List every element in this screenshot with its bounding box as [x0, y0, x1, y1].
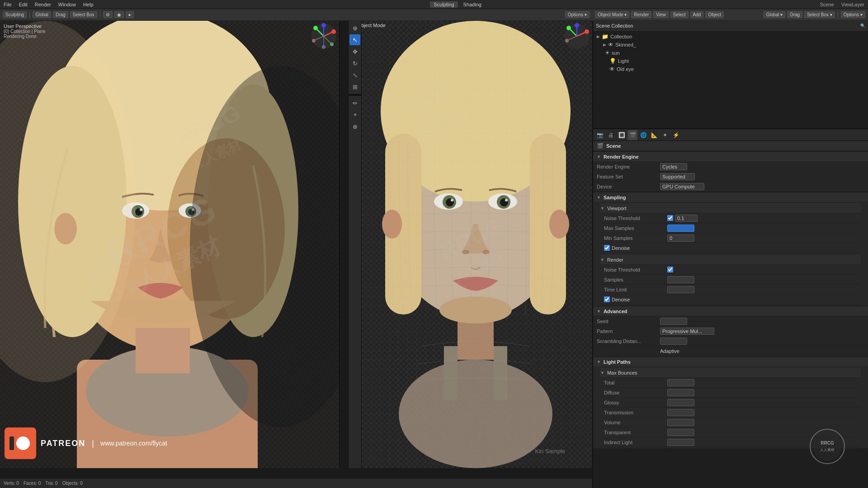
viewport-right[interactable]: RRCG人人素材 RRCG人人素材 Kin Sample Object Mode [354, 21, 592, 468]
props-tab-world[interactable]: 🌐 [638, 130, 648, 140]
menu-render[interactable]: Render [33, 2, 53, 7]
device-select[interactable]: GPU Compute [660, 183, 704, 190]
tool-measure[interactable]: ⌖ [349, 109, 360, 120]
svg-point-64 [549, 210, 569, 239]
menu-window[interactable]: Window [57, 2, 78, 7]
scrambling-input[interactable]: 1.00 [660, 338, 687, 345]
total-label: Total [604, 380, 667, 385]
right-render-btn[interactable]: Render [631, 11, 651, 18]
sampling-header[interactable]: ▼ Sampling [593, 192, 868, 202]
tool-add[interactable]: ⊕ [349, 121, 360, 132]
tree-collection[interactable]: ▶ 📁 Collection [596, 33, 865, 41]
feature-set-select[interactable]: Supported [660, 173, 695, 180]
menu-edit[interactable]: Edit [17, 2, 29, 7]
viewport-subheader[interactable]: ▼ Viewport [600, 203, 861, 213]
noise-threshold-check[interactable] [667, 215, 673, 221]
render-noise-check[interactable] [667, 267, 673, 272]
engine-select[interactable]: Cycles [660, 163, 687, 170]
time-limit-input[interactable]: 0 min [667, 286, 694, 293]
tool-move[interactable]: ✥ [349, 46, 360, 57]
scene-filter[interactable]: 🔍 [860, 23, 865, 28]
sampling-title: Sampling [604, 195, 626, 200]
toolbar-overlay[interactable]: ◉ [114, 11, 124, 18]
diffuse-input[interactable]: 4 [667, 389, 694, 396]
tree-skinned[interactable]: ▶ 👁 Skinned_ [602, 41, 865, 49]
toolbar-sculpting-mode[interactable]: Sculpting [3, 11, 27, 18]
nav-gizmo[interactable] [310, 23, 337, 50]
advanced-header[interactable]: ▼ Advanced [593, 306, 868, 316]
svg-point-65 [439, 296, 512, 324]
props-tab-view[interactable]: 🔳 [617, 130, 627, 140]
props-tab-output[interactable]: 🖨 [606, 130, 616, 140]
svg-point-62 [482, 250, 490, 254]
tool-select[interactable]: ↖ [349, 34, 360, 45]
viewport-left[interactable]: RRCG 人人素材 RRCG人人素材 RRCG人人素材 User Perspec… [0, 21, 340, 468]
toolbar-shading[interactable]: ● [126, 11, 134, 18]
denoise-render-check[interactable] [604, 296, 610, 302]
tree-sun[interactable]: ☀ sun [602, 49, 865, 57]
indirect-light-row: Indirect Light [600, 437, 861, 447]
menu-sculpting[interactable]: Sculpting [430, 1, 458, 8]
right-mode-btn[interactable]: Object Mode ▾ [595, 11, 629, 18]
skinned-icon: 👁 [608, 42, 613, 48]
props-tab-particles[interactable]: ✦ [660, 130, 670, 140]
noise-threshold-label: Noise Threshold [604, 216, 667, 221]
tool-cursor[interactable]: ⊕ [349, 23, 360, 33]
adaptive-row: Adaptive [593, 346, 868, 356]
tool-scale[interactable]: ⤡ [349, 70, 360, 80]
toolbar-select-box[interactable]: Select Box [70, 11, 97, 18]
right-options-btn[interactable]: Options ▾ [841, 11, 865, 18]
props-tab-object[interactable]: 📐 [649, 130, 659, 140]
light-paths-header[interactable]: ▼ Light Paths [593, 357, 868, 367]
tree-old-eye[interactable]: 👁 Old eye [609, 65, 865, 73]
volume-row: Volume 0 [600, 418, 861, 427]
toolbar-global-orientation[interactable]: Global [33, 11, 51, 18]
glossy-input[interactable]: 4 [667, 399, 694, 406]
max-bounces-header[interactable]: ▼ Max Bounces [600, 368, 861, 378]
right-object-btn[interactable]: Object [705, 11, 724, 18]
transparent-input[interactable]: 8 [667, 429, 694, 436]
feature-set-label: Feature Set [597, 174, 660, 179]
seed-input[interactable]: 0 [660, 318, 687, 325]
noise-threshold-value[interactable] [675, 215, 698, 222]
noise-threshold-row: Noise Threshold [600, 213, 861, 223]
props-scene-title: Scene [606, 143, 621, 149]
tool-transform[interactable]: ⊞ [349, 81, 360, 92]
toolbar-drag[interactable]: Drag [53, 11, 68, 18]
tool-separator [349, 94, 361, 96]
total-input[interactable]: 12 [667, 379, 694, 386]
min-samples-input[interactable] [667, 235, 694, 242]
pattern-select[interactable]: Progressive Mul... [660, 328, 714, 335]
denoise-check[interactable] [604, 245, 610, 251]
right-selectbox-btn[interactable]: Select Box ▾ [804, 11, 835, 18]
props-tab-physics[interactable]: ⚡ [671, 130, 681, 140]
right-select-btn[interactable]: Select [670, 11, 689, 18]
max-samples-input[interactable]: 2048 [667, 225, 694, 232]
right-global-btn[interactable]: Global ▾ [764, 11, 786, 18]
toolbar-options-right[interactable]: Options ▾ [565, 11, 590, 18]
volume-input[interactable]: 0 [667, 419, 694, 426]
transparent-label: Transparent [604, 430, 667, 435]
right-view-btn[interactable]: View [653, 11, 669, 18]
props-scene-icon: 🎬 [597, 143, 604, 149]
render-engine-header[interactable]: ▼ Render Engine [593, 152, 868, 162]
status-verts: Verts: 0 [4, 481, 19, 486]
props-tab-render[interactable]: 📷 [595, 130, 605, 140]
sampling-section: ▼ Sampling ▼ Viewport Noise Threshold Ma… [593, 192, 868, 305]
render-subheader[interactable]: ▼ Render [600, 255, 861, 265]
svg-point-74 [565, 39, 569, 42]
right-nav-gizmo[interactable] [563, 23, 590, 51]
right-drag-btn[interactable]: Drag [787, 11, 802, 18]
tool-annotate[interactable]: ✏ [349, 98, 360, 108]
toolbar-options[interactable]: ⚙ [103, 11, 113, 18]
transmission-input[interactable]: 12 [667, 409, 694, 416]
tool-rotate[interactable]: ↻ [349, 58, 360, 69]
props-tab-scene[interactable]: 🎬 [627, 130, 637, 140]
menu-shading[interactable]: Shading [462, 2, 483, 7]
indirect-light-input[interactable] [667, 439, 694, 446]
samples-input[interactable]: 1024 [667, 276, 694, 283]
menu-file[interactable]: File [2, 2, 14, 7]
right-add-btn[interactable]: Add [690, 11, 704, 18]
tree-light[interactable]: 💡 Light [609, 57, 865, 65]
menu-help[interactable]: Help [81, 2, 95, 7]
